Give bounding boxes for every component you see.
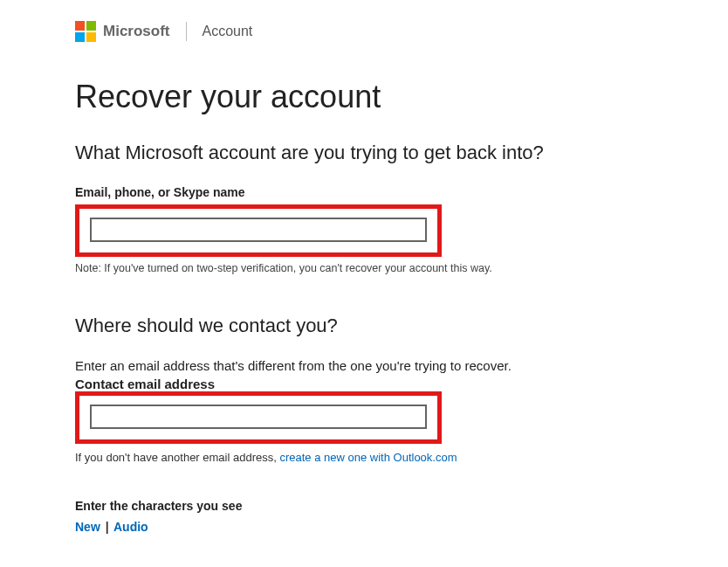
product-name: Account	[203, 24, 253, 39]
header-divider	[186, 22, 187, 41]
captcha-actions: New | Audio	[75, 520, 653, 534]
section2-question: Where should we contact you?	[75, 315, 653, 337]
header: Microsoft Account	[75, 21, 653, 42]
captcha-separator: |	[106, 520, 109, 534]
microsoft-logo-icon	[75, 21, 96, 42]
captcha-new-link[interactable]: New	[75, 520, 100, 534]
contact-email-label: Contact email address	[75, 377, 653, 391]
contact-email-helper: If you don't have another email address,…	[75, 451, 653, 464]
identifier-highlight-box	[75, 204, 442, 257]
captcha-label: Enter the characters you see	[75, 499, 653, 513]
contact-email-input[interactable]	[90, 405, 427, 429]
helper-prefix: If you don't have another email address,	[75, 451, 279, 464]
contact-instruction: Enter an email address that's different …	[75, 358, 653, 373]
identifier-label: Email, phone, or Skype name	[75, 185, 653, 199]
contact-email-highlight-box	[75, 391, 442, 444]
captcha-audio-link[interactable]: Audio	[113, 520, 148, 534]
two-step-note: Note: If you've turned on two-step verif…	[75, 262, 653, 274]
section1-question: What Microsoft account are you trying to…	[75, 142, 653, 164]
create-outlook-link[interactable]: create a new one with Outlook.com	[279, 451, 457, 464]
page-title: Recover your account	[75, 79, 653, 115]
captcha-image: XN3W	[178, 550, 656, 567]
identifier-input[interactable]	[90, 218, 427, 242]
brand-name: Microsoft	[103, 23, 170, 40]
